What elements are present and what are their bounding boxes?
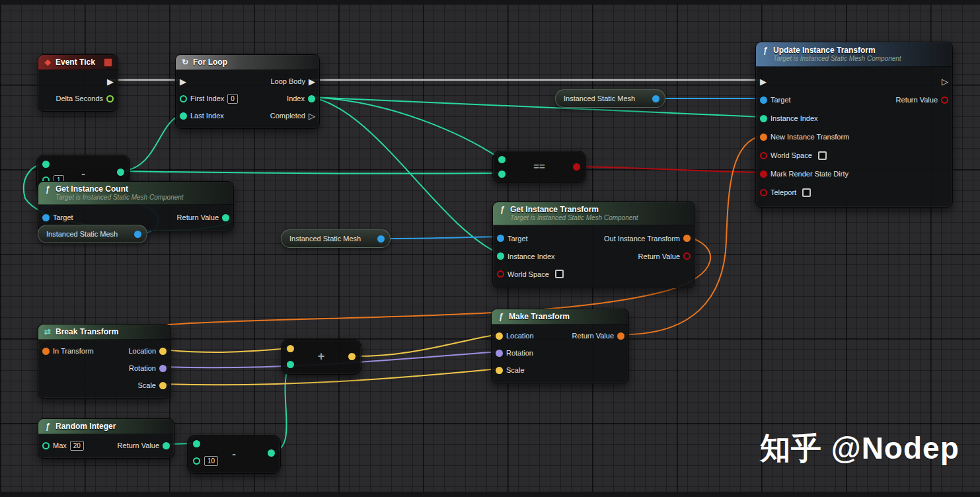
subtract-ten-output-pin[interactable] (268, 449, 275, 457)
variable-output-pin[interactable] (652, 95, 660, 102)
return-value-pin[interactable] (617, 332, 624, 340)
teleport-pin[interactable] (760, 189, 767, 196)
node-title: Get Instance Transform (510, 205, 638, 214)
return-value-pin[interactable] (163, 442, 170, 449)
node-event-tick[interactable]: ◆ Event Tick ▶ Delta Seconds (38, 54, 118, 112)
first-index-input[interactable]: 0 (227, 94, 238, 104)
scale-pin[interactable] (496, 367, 503, 374)
subtract-ten-input-a-pin[interactable] (193, 440, 200, 447)
add-output-pin[interactable] (348, 353, 356, 360)
node-update-instance-transform[interactable]: ƒ Update Instance Transform Target is In… (755, 42, 953, 208)
location-pin[interactable] (496, 332, 503, 340)
pin-label: Return Value (638, 252, 680, 260)
node-subtract-ten[interactable]: 10 - (187, 435, 281, 474)
break-transform-header: ⇄ Break Transform (38, 325, 170, 340)
exec-out-pin[interactable]: ▶ (107, 77, 114, 86)
node-title: Break Transform (56, 327, 118, 336)
teleport-checkbox[interactable] (802, 188, 811, 197)
event-icon: ◆ (44, 57, 52, 67)
for-loop-header: ↻ For Loop (176, 55, 319, 70)
pin-label: Target (53, 213, 73, 221)
watermark-text: 知乎 @Nodep (760, 428, 960, 469)
node-add-vector[interactable]: + (281, 339, 361, 375)
pin-label: Scale (137, 381, 156, 389)
pin-label: Out Instance Transform (604, 235, 680, 243)
exec-in-pin[interactable]: ▶ (180, 77, 186, 86)
variable-output-pin[interactable] (377, 235, 385, 243)
new-instance-transform-pin[interactable] (760, 134, 767, 141)
completed-exec-pin[interactable]: ▷ (309, 112, 315, 120)
target-pin[interactable] (42, 214, 50, 221)
max-pin[interactable] (42, 442, 50, 449)
pin-label: Last Index (190, 112, 224, 120)
first-index-pin[interactable] (180, 95, 187, 102)
return-value-pin[interactable] (941, 96, 948, 104)
index-pin[interactable] (308, 95, 315, 102)
update-instance-transform-header: ƒ Update Instance Transform Target is In… (756, 42, 952, 67)
variable-instanced-static-mesh-2[interactable]: Instanced Static Mesh (281, 229, 391, 248)
return-value-pin[interactable] (683, 252, 691, 260)
pin-label: Instance Index (771, 114, 818, 122)
max-input[interactable]: 20 (70, 441, 84, 451)
pin-label: In Transform (53, 347, 94, 355)
return-value-pin[interactable] (222, 214, 229, 221)
variable-label: Instanced Static Mesh (289, 235, 361, 243)
minus-operator: - (188, 447, 280, 461)
pin-label: Index (287, 95, 305, 102)
node-for-loop[interactable]: ↻ For Loop ▶ Loop Body▶ First Index0 Ind… (175, 54, 320, 129)
break-transform-icon: ⇄ (44, 327, 52, 336)
instance-index-pin[interactable] (760, 115, 767, 122)
mark-render-state-dirty-pin[interactable] (760, 171, 767, 178)
node-title: For Loop (193, 57, 227, 67)
variable-label: Instanced Static Mesh (564, 95, 635, 102)
pin-label: New Instance Transform (771, 133, 849, 141)
node-random-integer[interactable]: ƒ Random Integer Max20 Return Value (38, 418, 174, 459)
exec-out-pin[interactable]: ▷ (942, 77, 948, 86)
equal-output-pin[interactable] (573, 163, 580, 171)
loop-body-exec-pin[interactable]: ▶ (309, 77, 315, 86)
tick-enabled-indicator[interactable] (104, 58, 112, 67)
world-space-pin[interactable] (760, 152, 767, 159)
get-instance-transform-header: ƒ Get Instance Transform Target is Insta… (493, 202, 695, 225)
variable-instanced-static-mesh-3[interactable]: Instanced Static Mesh (555, 89, 665, 108)
node-make-transform[interactable]: ƒ Make Transform Location Return Value R… (491, 309, 629, 383)
node-break-transform[interactable]: ⇄ Break Transform In Transform Location … (38, 324, 171, 399)
out-instance-transform-pin[interactable] (683, 235, 691, 242)
pin-label: Max (53, 441, 67, 449)
make-transform-icon: ƒ (497, 312, 505, 321)
delta-seconds-pin[interactable] (106, 95, 114, 102)
world-space-checkbox[interactable] (555, 270, 564, 278)
last-index-pin[interactable] (180, 112, 187, 120)
subtract-one-output-pin[interactable] (117, 169, 124, 176)
in-transform-pin[interactable] (42, 348, 50, 355)
node-get-instance-count[interactable]: ƒ Get Instance Count Target is Instanced… (38, 181, 234, 231)
pin-label: Mark Render State Dirty (771, 170, 848, 178)
location-pin[interactable] (159, 348, 167, 355)
variable-output-pin[interactable] (134, 231, 141, 238)
scale-pin[interactable] (159, 382, 167, 389)
node-title: Get Instance Count (56, 184, 184, 194)
pin-label: Target (771, 96, 791, 104)
variable-label: Instanced Static Mesh (46, 230, 118, 238)
variable-instanced-static-mesh-1[interactable]: Instanced Static Mesh (38, 225, 147, 243)
exec-in-pin[interactable]: ▶ (760, 77, 767, 86)
random-integer-header: ƒ Random Integer (38, 419, 174, 434)
pin-label: Loop Body (270, 77, 305, 85)
canvas-bottom-edge (0, 492, 980, 497)
node-get-instance-transform[interactable]: ƒ Get Instance Transform Target is Insta… (492, 202, 695, 288)
blueprint-graph-canvas[interactable]: ◆ Event Tick ▶ Delta Seconds ↻ For Loop … (0, 0, 980, 497)
pin-label: First Index (190, 95, 224, 102)
event-tick-header: ◆ Event Tick (38, 55, 118, 70)
pin-label: Location (128, 347, 156, 355)
world-space-pin[interactable] (497, 270, 504, 278)
pin-label: Completed (270, 112, 305, 120)
rotation-pin[interactable] (496, 350, 503, 357)
instance-index-pin[interactable] (497, 252, 504, 260)
target-pin[interactable] (497, 235, 504, 242)
rotation-pin[interactable] (159, 365, 167, 372)
world-space-checkbox[interactable] (818, 151, 827, 160)
node-equal[interactable]: == (492, 151, 586, 183)
pin-label: Rotation (129, 364, 156, 372)
target-pin[interactable] (760, 96, 767, 104)
node-title: Event Tick (56, 57, 95, 67)
